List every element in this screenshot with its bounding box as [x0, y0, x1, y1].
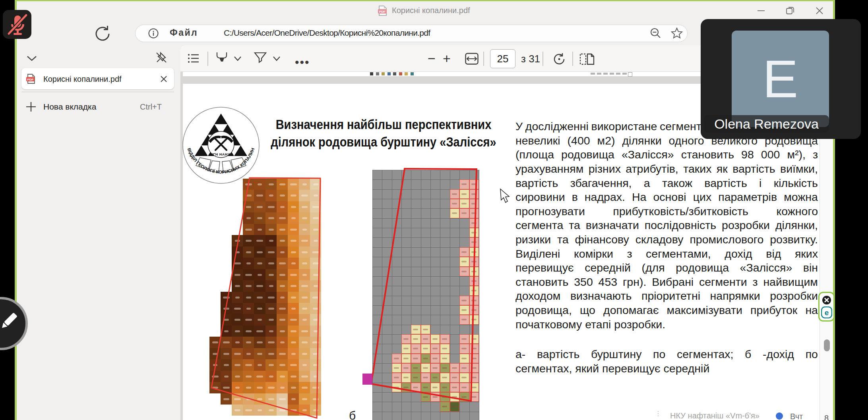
svg-text:PDF: PDF [27, 78, 34, 81]
svg-text:ІГН НАНУ: ІГН НАНУ [212, 152, 230, 156]
svg-text:PDF: PDF [379, 10, 386, 13]
svg-text:e: e [825, 308, 829, 317]
